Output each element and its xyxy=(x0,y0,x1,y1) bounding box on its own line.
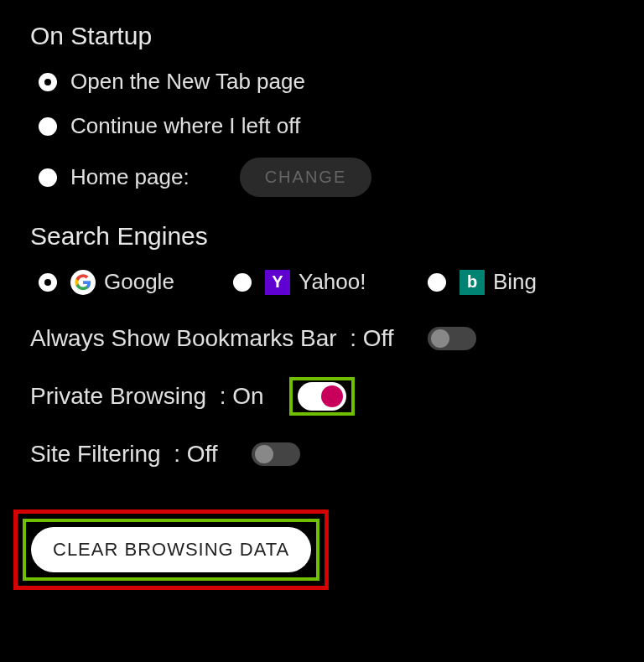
private-browsing-row: Private Browsing : On xyxy=(30,377,614,416)
radio-icon xyxy=(39,73,57,91)
radio-icon xyxy=(39,117,57,136)
bookmarks-bar-row: Always Show Bookmarks Bar : Off xyxy=(30,325,614,352)
startup-option-home[interactable]: Home page: CHANGE xyxy=(39,158,614,197)
startup-option-label: Open the New Tab page xyxy=(70,69,305,95)
clear-browsing-data-button[interactable]: CLEAR BROWSING DATA xyxy=(31,527,311,572)
google-icon xyxy=(70,270,96,295)
startup-option-label: Continue where I left off xyxy=(70,113,300,139)
yahoo-icon: Y xyxy=(265,270,290,295)
private-browsing-toggle[interactable] xyxy=(298,382,346,411)
highlight-box xyxy=(289,377,355,416)
bookmarks-bar-label: Always Show Bookmarks Bar : Off xyxy=(30,325,394,352)
radio-icon xyxy=(428,273,446,292)
radio-icon xyxy=(39,168,57,187)
startup-option-continue[interactable]: Continue where I left off xyxy=(39,113,614,139)
search-heading: Search Engines xyxy=(30,222,614,251)
radio-icon xyxy=(39,273,57,292)
search-engine-yahoo[interactable]: Y Yahoo! xyxy=(233,269,419,295)
site-filtering-label: Site Filtering : Off xyxy=(30,441,218,468)
search-engine-label: Yahoo! xyxy=(299,269,366,295)
startup-option-label: Home page: xyxy=(70,164,190,190)
bing-icon: b xyxy=(460,270,485,295)
bookmarks-bar-toggle[interactable] xyxy=(428,327,476,350)
change-homepage-button[interactable]: CHANGE xyxy=(240,158,372,197)
toggle-knob-icon xyxy=(321,385,343,407)
search-engine-bing[interactable]: b Bing xyxy=(428,269,614,295)
search-engine-label: Bing xyxy=(493,269,537,295)
toggle-knob-icon xyxy=(255,445,273,463)
toggle-knob-icon xyxy=(431,329,449,348)
site-filtering-row: Site Filtering : Off xyxy=(30,441,614,468)
startup-option-new-tab[interactable]: Open the New Tab page xyxy=(39,69,614,95)
site-filtering-toggle[interactable] xyxy=(252,442,300,466)
clear-browsing-highlight: CLEAR BROWSING DATA xyxy=(13,509,329,590)
search-engine-google[interactable]: Google xyxy=(39,269,225,295)
search-engine-label: Google xyxy=(104,269,174,295)
startup-heading: On Startup xyxy=(30,22,614,50)
private-browsing-label: Private Browsing : On xyxy=(30,383,264,410)
radio-icon xyxy=(233,273,252,292)
